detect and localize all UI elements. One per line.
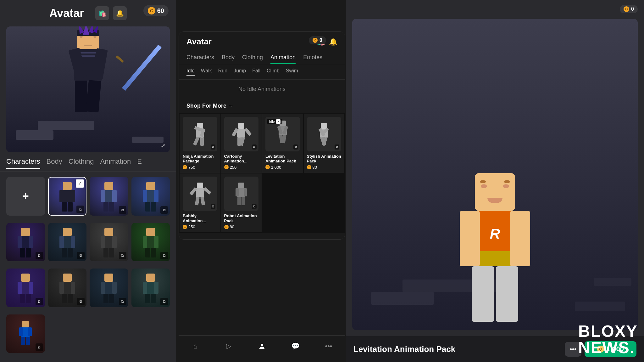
- shop-header[interactable]: Shop For More →: [179, 99, 345, 113]
- robot-price-val: 80: [230, 224, 234, 229]
- ninja-price-val: 750: [188, 165, 195, 170]
- anim-cell-stylish[interactable]: ⧉ Stylish Animation Pack ⬡ 80: [304, 114, 345, 173]
- cartoony-char: [233, 123, 249, 145]
- char-cell-11[interactable]: ⧉: [131, 269, 170, 307]
- mc12-head: [22, 321, 29, 327]
- nav-play-btn[interactable]: ▷: [222, 340, 235, 353]
- mc10-head: [104, 274, 113, 282]
- robot-price: ⬡ 80: [224, 224, 259, 229]
- mini-char-3: [141, 182, 160, 210]
- robot-price-icon: ⬡: [224, 225, 229, 229]
- right-top-bar: ⬡ 0: [620, 5, 638, 13]
- bell-icon-left[interactable]: 🔔: [113, 6, 127, 20]
- tab-more[interactable]: E: [137, 157, 142, 169]
- nav-home-btn[interactable]: ⌂: [189, 340, 202, 353]
- hair-spike-1: [77, 26, 85, 34]
- hair-spike-2: [83, 26, 89, 35]
- mini-char-8: [16, 274, 35, 302]
- char-cell-8[interactable]: ⧉: [6, 269, 45, 307]
- mc3-leg-r: [151, 202, 156, 212]
- nav-tabs: Characters Body Clothing Animation Emote…: [179, 52, 345, 64]
- right-char-leg-l: [472, 266, 494, 322]
- mc12-leg-l: [21, 337, 25, 345]
- sub-tab-fall[interactable]: Fall: [252, 68, 260, 76]
- cartoony-name: Cartoony Animation...: [224, 154, 259, 164]
- mc5-arm-r: [71, 236, 75, 248]
- char-cell-3[interactable]: ⧉: [131, 177, 170, 216]
- bell-icon-mid[interactable]: 🔔: [329, 38, 337, 46]
- copy-badge-7: ⧉: [160, 252, 168, 259]
- mc4-arm-l: [18, 236, 22, 248]
- char-cell-6[interactable]: ⧉: [90, 223, 128, 262]
- anim-cell-robot[interactable]: ⧉ Robot Animation Pack ⬡ 80: [221, 173, 262, 233]
- copy-badge-1: ⧉: [76, 206, 84, 213]
- platform-3: [132, 137, 164, 143]
- nav-tab-characters[interactable]: Characters: [186, 52, 214, 64]
- copy-badge-2: ⧉: [119, 206, 126, 214]
- stylish-char: [316, 123, 332, 145]
- right-eyebrow-l: [480, 180, 486, 183]
- mini-char-10: [99, 274, 118, 302]
- anim-cell-ninja[interactable]: ⧉ Ninja Animation Package ⬡ 750: [180, 114, 220, 173]
- left-bottom-tabs: Characters Body Clothing Animation E: [0, 152, 176, 172]
- tab-body[interactable]: Body: [47, 157, 62, 169]
- anim-cell-levitation[interactable]: Idle ✓ ⧉ Levitation Animation Pack ⬡ 1,0…: [262, 114, 303, 173]
- tab-animation[interactable]: Animation: [100, 157, 131, 169]
- mid-panel-title: Avatar: [186, 37, 212, 47]
- mc4-leg-l: [20, 248, 25, 257]
- robot-leg-l: [237, 197, 241, 205]
- sub-tab-jump[interactable]: Jump: [234, 68, 246, 76]
- sub-tab-run[interactable]: Run: [218, 68, 227, 76]
- char-cell-7[interactable]: ⧉: [131, 223, 170, 262]
- bubbly-preview: ⧉: [183, 177, 217, 211]
- tab-clothing[interactable]: Clothing: [69, 157, 94, 169]
- add-character-cell[interactable]: +: [6, 177, 45, 216]
- mc2-leg-l: [103, 202, 108, 212]
- cartoony-price-icon: ⬡: [224, 165, 229, 169]
- nav-tab-emotes[interactable]: Emotes: [303, 52, 322, 64]
- hero-character: [53, 26, 123, 133]
- mc11-arm-r: [154, 282, 158, 294]
- copy-badge-11: ⧉: [160, 298, 168, 305]
- mc3-arm-r: [154, 190, 158, 202]
- expand-icon[interactable]: ⤢: [161, 142, 165, 149]
- bubbly-price: ⬡ 250: [183, 224, 217, 229]
- char-cell-1[interactable]: ✓ ⧉: [48, 177, 87, 216]
- bubbly-leg-r: [200, 197, 205, 206]
- cart-icon-left[interactable]: 🛍️: [95, 6, 109, 20]
- platform-1: [16, 130, 53, 140]
- robot-preview: ⧉: [224, 177, 259, 211]
- right-char-arm-l: [460, 211, 480, 266]
- char-cell-5[interactable]: ⧉: [48, 223, 87, 262]
- sub-tab-climb[interactable]: Climb: [267, 68, 280, 76]
- char-cell-12[interactable]: ⧉: [6, 314, 45, 353]
- middle-panel: Avatar 🛍️ 🔔 ⬡ 0 Characters Body Clothing…: [179, 31, 345, 240]
- char-cell-2[interactable]: ⧉: [90, 177, 128, 216]
- nav-chat-btn[interactable]: 💬: [289, 340, 302, 353]
- sub-tab-swim[interactable]: Swim: [286, 68, 298, 76]
- nav-avatar-btn[interactable]: [256, 340, 268, 353]
- left-panel-title: Avatar: [49, 7, 84, 20]
- ninja-price-icon: ⬡: [183, 165, 187, 169]
- nav-tab-clothing[interactable]: Clothing: [242, 52, 263, 64]
- nav-tab-body[interactable]: Body: [222, 52, 235, 64]
- mc9-head: [63, 274, 72, 282]
- mc9-leg-r: [68, 294, 73, 303]
- copy-badge-6: ⧉: [119, 252, 126, 259]
- anim-cell-cartoony[interactable]: ⧉ Cartoony Animation... ⬡ 250: [221, 114, 262, 173]
- mc8-head: [21, 274, 30, 282]
- nav-more-btn[interactable]: •••: [322, 340, 335, 353]
- mc9-arm-l: [59, 282, 64, 294]
- char-cell-10[interactable]: ⧉: [90, 269, 128, 307]
- sub-tab-walk[interactable]: Walk: [201, 68, 212, 76]
- char-cell-9[interactable]: ⧉: [48, 269, 87, 307]
- sub-tab-idle[interactable]: Idle: [186, 68, 195, 76]
- torso-detail-1: [79, 52, 97, 54]
- char-cell-4[interactable]: ⧉: [6, 223, 45, 262]
- mc2-arm-l: [101, 190, 105, 202]
- anim-cell-bubbly[interactable]: ⧉ Bubbly Animation... ⬡ 250: [180, 173, 220, 233]
- mc11-leg-l: [145, 294, 150, 303]
- nav-tab-animation[interactable]: Animation: [270, 52, 296, 64]
- bubbly-leg-l: [195, 197, 199, 206]
- tab-characters[interactable]: Characters: [6, 157, 40, 169]
